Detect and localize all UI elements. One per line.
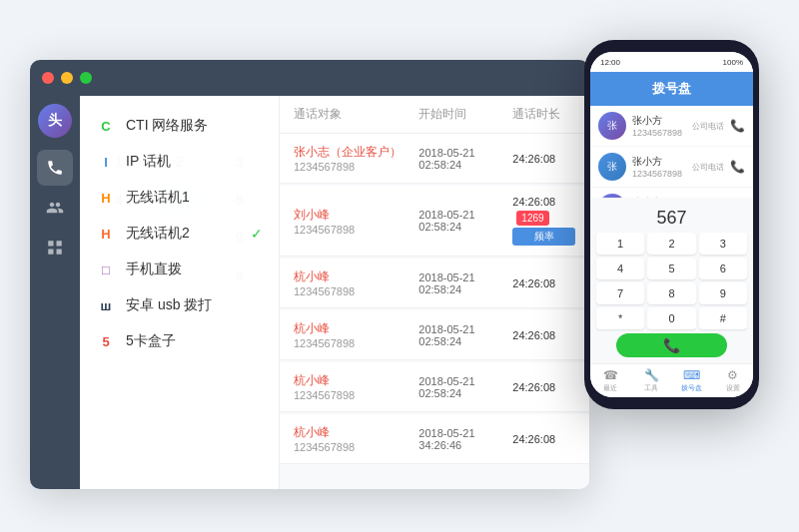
phone-nav-settings-label: 设置 [726,383,740,393]
menu-label-cti: CTI 网络服务 [126,117,208,135]
wireless1-icon: H [96,188,116,208]
menu-item-usb[interactable]: ш 安卓 usb 拨打 [96,295,263,315]
close-button[interactable] [42,72,54,84]
table-row[interactable]: 杭小峰 1234567898 2018-05-2102:58:24 24:26:… [280,310,589,360]
phone-nav-tools-label: 工具 [644,383,658,393]
phone-key-4[interactable]: 4 [596,258,644,279]
call-list-panel: 通话对象 开始时间 通话时长 张小志（企业客户） 1234567898 2018… [280,96,589,489]
call-icon-1[interactable]: 📞 [730,119,745,133]
mobile-icon: □ [96,260,116,279]
phone-call-button[interactable]: 📞 [616,333,727,357]
wireless2-icon: H [96,224,116,244]
phone-dialpad: 567 1 2 3 4 5 6 7 8 9 * 0 # 📞 [590,198,753,363]
phone-nav-recent[interactable]: ☎ 最近 [590,368,631,393]
menu-item-wireless2[interactable]: H 无线话机2 ✓ [96,224,263,244]
phone-battery: 100% [723,58,743,67]
menu-item-wireless1[interactable]: H 无线话机1 [96,188,263,208]
sidebar-icon-grid[interactable] [37,230,73,266]
phone-dial-display: 567 [596,204,747,233]
menu-label-ip: IP 话机 [126,153,171,171]
menu-item-cti[interactable]: C CTI 网络服务 [96,116,263,136]
phone-key-8[interactable]: 8 [647,282,695,304]
contact-name-2: 张小方 [632,155,686,169]
phone-key-hash[interactable]: # [699,307,747,329]
user-avatar[interactable]: 头 [38,104,72,138]
settings-icon: ⚙ [727,368,738,382]
phone-key-6[interactable]: 6 [699,258,747,279]
call-time-3: 2018-05-2102:58:24 [418,271,512,295]
dialpad-panel: 1 2 3 4 5 6 9 # C CTI 网 [80,96,280,489]
caller-phone-4: 1234567898 [294,337,418,349]
contact-info-2: 张小方 1234567898 [632,155,686,179]
phone-header-title: 拨号盘 [652,81,691,96]
desktop-app-window: 头 1 [30,60,589,489]
menu-label-wireless1: 无线话机1 [126,189,190,207]
table-row[interactable]: 刘小峰 1234567898 2018-05-2102:58:24 24:26:… [280,186,589,257]
call-list-header: 通话对象 开始时间 通话时长 [280,96,589,134]
phone-key-3[interactable]: 3 [699,233,747,255]
sim5-icon: 5 [96,331,116,351]
window-body: 头 1 [30,96,589,489]
phone-status-bar: 12:00 100% [590,52,753,72]
sidebar: 头 [30,96,80,489]
call-duration-2: 24:26:08 [512,196,575,208]
phone-contact-list: 张 张小方 1234567898 公司电话 📞 张 张小方 1234567898… [590,106,753,198]
usb-icon: ш [96,295,116,315]
menu-item-ip[interactable]: I IP 话机 [96,152,263,172]
phone-contact-item[interactable]: 张 张小方 1234567898 公司电话 📞 [590,106,753,147]
menu-label-usb: 安卓 usb 拨打 [126,296,212,314]
ip-icon: I [96,152,116,172]
menu-overlay: C CTI 网络服务 I IP 话机 H 无线话机1 H 无线话机2 ✓ [80,96,279,489]
main-area: 1 2 3 4 5 6 9 # C CTI 网 [80,96,589,489]
phone-nav-tools[interactable]: 🔧 工具 [631,368,672,393]
contact-type-1: 公司电话 [692,121,724,132]
badge-count: 1269 [516,211,548,226]
phone-bottom-nav: ☎ 最近 🔧 工具 ⌨ 拨号盘 ⚙ 设置 [590,363,753,397]
maximize-button[interactable] [80,72,92,84]
call-icon-2[interactable]: 📞 [730,160,745,174]
phone-contact-item[interactable]: 张 张小方 1234567898 公司电话 📞 [590,188,753,198]
call-time-2: 2018-05-2102:58:24 [418,209,512,233]
header-duration: 通话时长 [512,106,575,123]
sidebar-icon-phone[interactable] [37,150,73,186]
caller-name-5: 杭小峰 [294,372,418,389]
menu-label-mobile: 手机直拨 [126,261,182,278]
minimize-button[interactable] [61,72,73,84]
check-icon: ✓ [251,226,263,242]
call-duration-5: 24:26:08 [512,381,575,393]
call-time-6: 2018-05-2134:26:46 [418,427,512,451]
phone-time: 12:00 [600,58,620,67]
caller-name-2: 刘小峰 [294,207,418,224]
phone-key-9[interactable]: 9 [699,282,747,304]
menu-item-sim5[interactable]: 5 5卡盒子 [96,331,263,351]
header-caller: 通话对象 [294,106,418,123]
caller-phone-2: 1234567898 [294,224,418,236]
phone-key-7[interactable]: 7 [596,282,644,304]
contact-phone-1: 1234567898 [632,128,686,138]
phone-key-2[interactable]: 2 [647,233,695,255]
table-row[interactable]: 张小志（企业客户） 1234567898 2018-05-2102:58:24 … [280,134,589,184]
contact-avatar-2: 张 [598,153,626,181]
phone-key-1[interactable]: 1 [596,233,644,255]
phone-nav-dialpad[interactable]: ⌨ 拨号盘 [672,368,713,393]
call-time-4: 2018-05-2102:58:24 [418,323,512,347]
table-row[interactable]: 杭小峰 1234567898 2018-05-2102:58:24 24:26:… [280,259,589,308]
phone-contact-item[interactable]: 张 张小方 1234567898 公司电话 📞 [590,147,753,188]
menu-item-mobile[interactable]: □ 手机直拨 [96,260,263,279]
cti-icon: C [96,116,116,136]
call-duration-4: 24:26:08 [512,329,575,341]
window-titlebar [30,60,589,96]
caller-name-3: 杭小峰 [294,268,418,285]
table-row[interactable]: 杭小峰 1234567898 2018-05-2102:58:24 24:26:… [280,362,589,412]
phone-nav-settings[interactable]: ⚙ 设置 [712,368,753,393]
phone-key-0[interactable]: 0 [647,307,695,329]
mobile-phone: 12:00 100% 拨号盘 张 张小方 1234567898 公司电话 📞 张… [584,40,759,409]
call-duration-3: 24:26:08 [512,277,575,289]
phone-key-5[interactable]: 5 [647,258,695,279]
badge-label: 频率 [512,228,575,246]
sidebar-icon-contacts[interactable] [37,190,73,226]
caller-name-4: 杭小峰 [294,320,418,337]
table-row[interactable]: 杭小峰 1234567898 2018-05-2134:26:46 24:26:… [280,414,589,464]
phone-key-star[interactable]: * [596,307,644,329]
menu-label-wireless2: 无线话机2 [126,225,190,243]
